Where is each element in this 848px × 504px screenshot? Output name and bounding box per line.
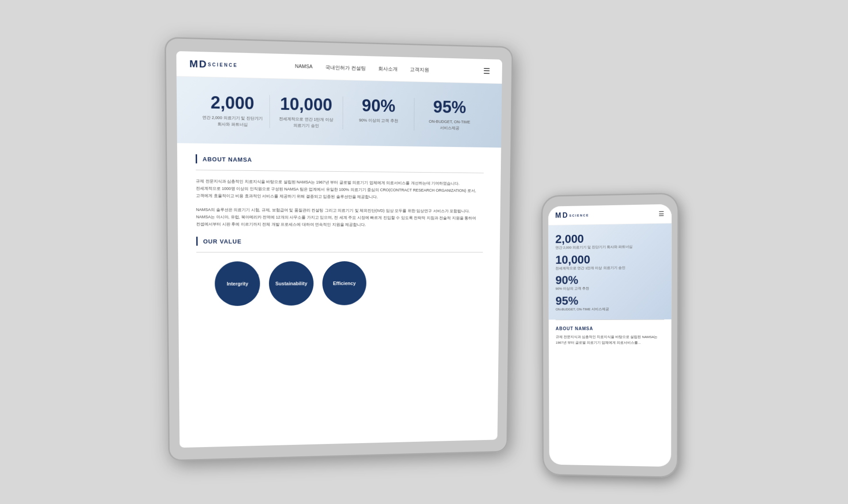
phone-about-title: ABOUT NAMSA (556, 326, 664, 331)
section-divider-1 (196, 170, 484, 173)
about-text-2: NAMSA의 솔루션은 의료기기 시험, 규제, 보험급여 및 품질관리 컨설팅… (196, 206, 484, 229)
scene: M D SCIENCE NAMSA 국내인허가 컨설팅 회사소개 고객지원 ☰ … (0, 0, 848, 504)
logo-science: SCIENCE (208, 62, 238, 68)
phone-content: ABOUT NAMSA 규제 전문지식과 심층적인 치료지식을 바탕으로 설립된… (549, 320, 671, 467)
phone-stat-number-95: 95% (556, 294, 664, 306)
stat-95: 95% ON-BUDGET, ON-TIME 서비스제공 (414, 98, 485, 132)
phone-logo: M D SCIENCE (555, 211, 589, 219)
stat-2000: 2,000 연간 2,000 의료기기 및 진단기기 회사와 파트너십 (195, 94, 270, 128)
hamburger-icon[interactable]: ☰ (483, 66, 490, 76)
stat-desc-90: 90% 이상의 고객 추천 (348, 117, 409, 124)
stat-number-2000: 2,000 (201, 94, 264, 112)
value-section-line (196, 237, 197, 245)
stat-desc-10000: 전세계적으로 연간 1만개 이상 의료기기 승인 (275, 116, 337, 129)
phone-stat-desc-90: 90% 이상의 고객 추천 (556, 286, 664, 291)
stat-number-90: 90% (348, 97, 409, 115)
stat-desc-95: ON-BUDGET, ON-TIME 서비스제공 (420, 119, 479, 132)
phone-nav: M D SCIENCE ☰ (548, 204, 671, 226)
phone-stat-95: 95% ON-BUDGET, ON-TIME 서비스제공 (556, 294, 664, 312)
phone-stat-90: 90% 90% 이상의 고객 추천 (556, 273, 664, 291)
value-sustainability[interactable]: Sustainability (269, 261, 314, 306)
stat-desc-2000: 연간 2,000 의료기기 및 진단기기 회사와 파트너십 (201, 115, 264, 128)
logo-md: M D (189, 58, 206, 70)
phone-hero: 2,000 연간 2,000 의료기기 및 진단기기 회사와 파트너십 10,0… (548, 223, 671, 320)
tablet-device: M D SCIENCE NAMSA 국내인허가 컨설팅 회사소개 고객지원 ☰ … (164, 37, 513, 461)
phone-stat-number-2000: 2,000 (555, 232, 664, 245)
phone-logo-md: M D (555, 211, 568, 220)
section-line (196, 154, 197, 164)
nav-links: NAMSA 국내인허가 컨설팅 회사소개 고객지원 (295, 63, 429, 73)
phone-stat-number-10000: 10,000 (555, 252, 664, 265)
value-integrity[interactable]: Intergrity (215, 261, 260, 306)
about-section-header: ABOUT NAMSA (196, 154, 484, 167)
nav-link-company[interactable]: 회사소개 (378, 65, 398, 72)
value-efficiency[interactable]: Efficiency (322, 261, 367, 305)
phone-screen: M D SCIENCE ☰ 2,000 연간 2,000 의료기기 및 진단기기… (548, 204, 671, 466)
phone-hamburger-icon[interactable]: ☰ (659, 210, 664, 218)
tablet-hero: 2,000 연간 2,000 의료기기 및 진단기기 회사와 파트너십 10,0… (177, 76, 502, 147)
nav-link-namsa[interactable]: NAMSA (295, 63, 313, 70)
section-divider-2 (197, 252, 483, 252)
about-title: ABOUT NAMSA (203, 155, 252, 163)
stat-10000: 10,000 전세계적으로 연간 1만개 이상 의료기기 승인 (270, 95, 343, 129)
tablet-screen: M D SCIENCE NAMSA 국내인허가 컨설팅 회사소개 고객지원 ☰ … (176, 51, 502, 448)
value-section: OUR VALUE Intergrity Sustainability Effi… (196, 237, 483, 306)
stat-90: 90% 90% 이상의 고객 추천 (343, 97, 415, 131)
nav-link-consulting[interactable]: 국내인허가 컨설팅 (325, 64, 366, 72)
phone-stat-desc-10000: 전세계적으로 연간 1만개 이상 의료기기 승인 (556, 265, 665, 271)
phone-device: M D SCIENCE ☰ 2,000 연간 2,000 의료기기 및 진단기기… (541, 192, 679, 478)
phone-logo-science: SCIENCE (569, 214, 589, 217)
logo: M D SCIENCE (189, 58, 238, 71)
circles-row: Intergrity Sustainability Efficiency (197, 261, 483, 306)
stat-number-95: 95% (420, 98, 479, 116)
stat-number-10000: 10,000 (275, 95, 337, 114)
phone-stat-2000: 2,000 연간 2,000 의료기기 및 진단기기 회사와 파트너십 (555, 232, 664, 250)
value-title: OUR VALUE (203, 238, 242, 244)
phone-stat-10000: 10,000 전세계적으로 연간 1만개 이상 의료기기 승인 (555, 252, 664, 271)
phone-stat-number-90: 90% (556, 273, 664, 286)
phone-stat-desc-2000: 연간 2,000 의료기기 및 진단기기 회사와 파트너십 (555, 244, 664, 250)
about-text-1: 규제 전문지식과 심층적인 치료지식을 바탕으로 설립된 NAMSA는 1967… (196, 177, 484, 201)
phone-about-text: 규제 전문지식과 심층적인 치료지식을 바탕으로 설립된 NAMSA는 1967… (556, 335, 664, 346)
phone-stats: 2,000 연간 2,000 의료기기 및 진단기기 회사와 파트너십 10,0… (555, 232, 664, 312)
tablet-content: ABOUT NAMSA 규제 전문지식과 심층적인 치료지식을 바탕으로 설립된… (177, 143, 501, 448)
stats-row: 2,000 연간 2,000 의료기기 및 진단기기 회사와 파트너십 10,0… (195, 94, 485, 132)
phone-stat-desc-95: ON-BUDGET, ON-TIME 서비스제공 (556, 307, 664, 312)
value-section-header: OUR VALUE (196, 237, 483, 246)
nav-link-support[interactable]: 고객지원 (410, 66, 429, 73)
